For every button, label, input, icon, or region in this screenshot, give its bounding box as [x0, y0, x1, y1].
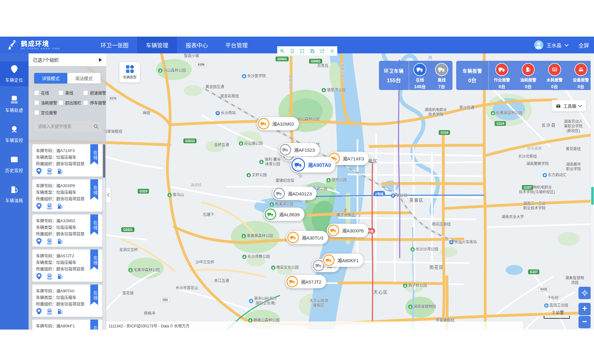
- fullscreen-label[interactable]: 全屏: [578, 41, 589, 49]
- nav-tab-4[interactable]: 平台管理: [217, 37, 256, 53]
- zoom-out-button[interactable]: −: [578, 316, 591, 328]
- locate-action-icon[interactable]: [36, 308, 42, 315]
- device-screen-icon[interactable]: [287, 47, 297, 56]
- chevron-down-icon[interactable]: [565, 43, 569, 47]
- nav-user-area: 王水晶 全屏: [534, 37, 589, 53]
- page-scrollbar[interactable]: [591, 53, 594, 330]
- marker-pill: 湘AF1523: [279, 143, 320, 156]
- tab-simple-mode[interactable]: 简洁模式: [67, 73, 101, 83]
- checkbox-icon[interactable]: [34, 90, 39, 95]
- sidebar-item-fuel[interactable]: 车辆油耗: [0, 182, 29, 207]
- map-label-park: 燕子岭公园: [403, 283, 427, 288]
- filter-7[interactable]: 定位报警: [34, 110, 58, 115]
- locate-button[interactable]: [578, 287, 591, 299]
- zoom-search-icon[interactable]: [277, 47, 287, 56]
- checkbox-icon[interactable]: [34, 100, 39, 105]
- vehicle-marker-湘A80KF1[interactable]: 湘A80KF1: [322, 254, 363, 267]
- fuel-action-icon[interactable]: [57, 308, 63, 315]
- panel-scrollbar-thumb[interactable]: [103, 144, 105, 178]
- vehicle-card[interactable]: 车牌号码：湘A30XP6车辆类型：垃圾压缩车所属组织：厨余垃圾项目部在线: [32, 179, 102, 212]
- vehicle-marker-湘A30XP6[interactable]: 湘A30XP6: [327, 224, 368, 237]
- vehicle-marker-湘AF1523[interactable]: 湘AF1523: [279, 143, 320, 156]
- filter-4[interactable]: 油耗报警: [34, 100, 58, 106]
- locate-action-icon[interactable]: [36, 168, 42, 174]
- vehicle-marker-湘A57JT2[interactable]: 湘A57JT2: [286, 275, 326, 288]
- checkbox-icon[interactable]: [58, 90, 63, 95]
- locate-action-icon[interactable]: [36, 203, 42, 209]
- sidebar-item-track[interactable]: 车辆轨迹: [0, 92, 29, 116]
- filter-6[interactable]: 停车报警: [83, 100, 106, 106]
- track-action-icon[interactable]: [47, 308, 52, 315]
- card-action-icons: [36, 273, 99, 280]
- filter-5[interactable]: 超出围栏: [58, 100, 83, 106]
- stat-label: 在线: [416, 77, 424, 83]
- truck-icon: [435, 63, 448, 76]
- vehicle-panel: 已选7个组织 详情模式 简洁模式 在线离线超速报警油耗报警超出围栏停车报警定位报…: [29, 53, 106, 330]
- nav-tab-2[interactable]: 车辆管理: [137, 37, 177, 53]
- stat-count: 148台: [414, 83, 425, 89]
- settings-icon[interactable]: [327, 47, 337, 56]
- vehicle-card[interactable]: 车牌号码：湘A71XF3车辆类型：垃圾压缩车所属组织：厨余垃圾项目部在线: [32, 144, 102, 177]
- save-icon[interactable]: [307, 47, 317, 56]
- sidebar-item-video[interactable]: 历史监控: [0, 152, 29, 177]
- toolbox-button[interactable]: 工具箱: [551, 100, 586, 111]
- vehicle-card[interactable]: 车牌号码：湘A32M02车辆类型：垃圾压缩车所属组织：厨余垃圾项目部在线: [32, 214, 102, 247]
- tree-icon: [322, 88, 326, 92]
- org-header[interactable]: 已选7个组织: [29, 53, 106, 66]
- search-box[interactable]: [34, 121, 101, 132]
- vehicle-card[interactable]: 车牌号码：湘A57JT2车辆类型：垃圾压缩车所属组织：厨余垃圾项目部在线: [32, 249, 102, 282]
- filter-2[interactable]: 离线: [58, 90, 83, 96]
- track-action-icon[interactable]: [47, 168, 52, 174]
- road-badge: X096: [196, 62, 206, 67]
- locate-action-icon[interactable]: [36, 238, 42, 245]
- export-icon[interactable]: [317, 47, 327, 56]
- fuel-action-icon[interactable]: [57, 273, 63, 280]
- map-canvas[interactable]: 智造小镇乌山森林公园月亮岛长沙医学院黄金园互通银星湾公园观音岩枢纽金星北路芙蓉北…: [29, 53, 594, 330]
- map-label-poi: 长沙市莲花山: [176, 286, 198, 290]
- label-text: 橘子洲景区: [336, 213, 355, 218]
- locate-action-icon[interactable]: [36, 273, 42, 280]
- search-input[interactable]: [37, 124, 93, 129]
- fuel-action-icon[interactable]: [57, 238, 63, 245]
- vehicle-marker-湘A32M02[interactable]: 湘A32M02: [257, 117, 299, 130]
- vehicle-marker-湘AD40123[interactable]: 湘AD40123: [272, 187, 317, 200]
- sidebar-item-pin-car[interactable]: 车辆定位: [0, 61, 29, 86]
- vehicle-marker-湘AL8839[interactable]: 湘AL8839: [264, 208, 304, 221]
- map-label-district: 雨花区: [430, 265, 444, 270]
- track-action-icon[interactable]: [47, 238, 52, 245]
- nav-tab-1[interactable]: 环卫一张图: [92, 37, 137, 53]
- marker-pill: 湘A30TU3: [286, 231, 328, 244]
- map-label-district: 芙蓉区: [409, 198, 424, 203]
- app-root: 鹤成环境 HE CHENG HUAN JING 环卫一张图车辆管理报表中心平台管…: [0, 0, 594, 364]
- vehicle-marker-湘A90TA0[interactable]: 湘A90TA0: [290, 157, 335, 173]
- expand-arrow-icon[interactable]: [99, 58, 102, 62]
- track-action-icon[interactable]: [47, 203, 52, 209]
- nav-tab-3[interactable]: 报表中心: [177, 37, 217, 53]
- user-name[interactable]: 王水晶: [547, 41, 561, 49]
- avatar[interactable]: [534, 40, 543, 50]
- checkbox-icon[interactable]: [83, 100, 88, 105]
- fuel-action-icon[interactable]: [57, 203, 63, 209]
- panel-collapse-button[interactable]: [106, 187, 111, 202]
- vehicle-card[interactable]: 车牌号码：湘A90TA0车辆类型：垃圾压缩车所属组织：厨余垃圾项目部在线: [32, 285, 102, 317]
- checkbox-icon[interactable]: [83, 90, 88, 95]
- track-action-icon[interactable]: [47, 273, 52, 280]
- sidebar-item-camera[interactable]: 车辆监控: [0, 122, 29, 146]
- page-scrollbar-thumb[interactable]: [591, 187, 594, 205]
- map-label-building: 蓝田工业园: [544, 303, 568, 308]
- vehicle-marker-湘A30TU3[interactable]: 湘A30TU3: [286, 231, 328, 244]
- vehicle-type-button[interactable]: 车辆类型: [119, 62, 140, 83]
- fuel-action-icon[interactable]: [57, 168, 63, 174]
- tab-detail-mode[interactable]: 详情模式: [34, 73, 67, 83]
- panel-scrollbar[interactable]: [103, 144, 105, 330]
- marker-pill: 湘A90TA0: [290, 157, 335, 173]
- zoom-in-button[interactable]: +: [578, 303, 591, 315]
- vehicle-card[interactable]: 车牌号码：湘A80KF1车辆类型：垃圾压缩车所属组织：厨余垃圾项目部在线: [32, 320, 102, 330]
- filter-1[interactable]: 在线: [34, 90, 58, 96]
- checkbox-icon[interactable]: [34, 110, 39, 115]
- filter-3[interactable]: 超速报警: [83, 90, 106, 96]
- expand-icon[interactable]: [297, 47, 307, 56]
- map-label-park: 晚安文化公园: [271, 265, 299, 270]
- checkbox-icon[interactable]: [58, 100, 63, 105]
- map-label-building: 联东U谷(长沙 国际企业港): [249, 296, 277, 306]
